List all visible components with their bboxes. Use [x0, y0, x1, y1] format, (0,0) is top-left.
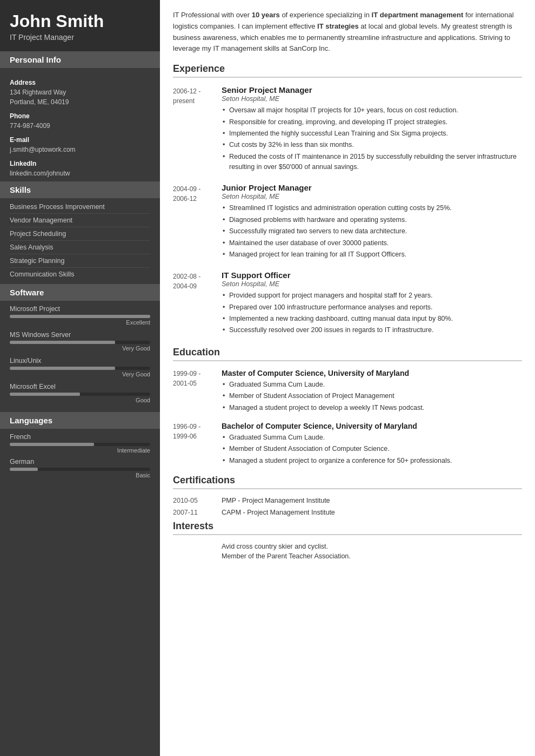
email-label: E-mail [10, 136, 150, 144]
experience-item: 2006-12 -present Senior Project Manager … [173, 85, 522, 173]
education-item: 1996-09 -1999-06 Bachelor of Computer Sc… [173, 422, 522, 467]
edu-date: 1996-09 -1999-06 [173, 422, 222, 467]
exp-detail: Junior Project Manager Seton Hospital, M… [222, 183, 522, 261]
experience-item: 2002-08 -2004-09 IT Support Officer Seto… [173, 271, 522, 337]
lang-bar [10, 443, 150, 446]
exp-bullet: Implemented the highly successful Lean T… [222, 129, 522, 139]
language-item: French Intermediate [10, 433, 150, 454]
bar-label: Intermediate [10, 447, 150, 454]
interest-item: Avid cross country skier and cyclist. [222, 543, 522, 550]
exp-bullet: Managed project for lean training for al… [222, 249, 522, 260]
summary-text: IT Professional with over 10 years of ex… [173, 10, 522, 55]
edu-bullet: Member of Student Association of Project… [222, 391, 522, 401]
edu-date: 1999-09 -2001-05 [173, 369, 222, 414]
skill-bar [10, 367, 150, 370]
edu-detail: Master of Computer Science, University o… [222, 369, 522, 414]
skill-item: Project Scheduling [10, 227, 150, 241]
exp-company: Seton Hospital, ME [222, 193, 522, 200]
software-section-title: Software [0, 284, 160, 301]
exp-job-title: Senior Project Manager [222, 85, 522, 94]
software-item: Microsoft Excel Good [10, 383, 150, 403]
edu-degree: Bachelor of Computer Science, University… [222, 422, 522, 430]
bar-fill [10, 393, 80, 396]
exp-bullet: Successfully migrated two servers to new… [222, 226, 522, 237]
exp-bullet: Streamlined IT logistics and administrat… [222, 203, 522, 213]
skill-bar [10, 315, 150, 318]
exp-company: Seton Hospital, ME [222, 95, 522, 103]
exp-detail: IT Support Officer Seton Hospital, ME Pr… [222, 271, 522, 337]
cert-name: PMP - Project Management Institute [222, 497, 330, 504]
experience-section-title: Experience [173, 63, 522, 78]
bar-label: Good [10, 397, 150, 403]
skill-item: Communication Skills [10, 268, 150, 281]
exp-bullet: Prepared over 100 infrastructure perform… [222, 302, 522, 313]
bar-label: Excellent [10, 319, 150, 326]
bar-fill [10, 468, 38, 471]
email-value: j.smith@uptowork.com [10, 145, 150, 154]
software-name: MS Windows Server [10, 331, 150, 339]
skill-item: Strategic Planning [10, 254, 150, 268]
languages-content: French Intermediate German Basic [0, 429, 160, 486]
address-label: Address [10, 79, 150, 86]
exp-date: 2002-08 -2004-09 [173, 271, 222, 337]
exp-bullet: Diagnosed problems with hardware and ope… [222, 215, 522, 225]
exp-bullet: Provided support for project managers an… [222, 291, 522, 301]
lang-name: French [10, 433, 150, 441]
exp-bullet: Implemented a new tracking dashboard, cu… [222, 314, 522, 324]
interest-item: Member of the Parent Teacher Association… [222, 552, 522, 560]
language-item: German Basic [10, 458, 150, 478]
exp-bullets: Streamlined IT logistics and administrat… [222, 203, 522, 260]
software-item: Microsoft Project Excellent [10, 305, 150, 326]
lang-name: German [10, 458, 150, 465]
personal-info-content: Address 134 Rightward WayPortland, ME, 0… [0, 68, 160, 181]
email-field: E-mail j.smith@uptowork.com [10, 136, 150, 154]
skills-content: Business Process Improvement Vendor Mana… [0, 198, 160, 284]
skill-item: Business Process Improvement [10, 200, 150, 214]
education-item: 1999-09 -2001-05 Master of Computer Scie… [173, 369, 522, 414]
lang-bar [10, 468, 150, 471]
exp-bullet: Oversaw all major hospital IT projects f… [222, 105, 522, 116]
bar-dark [80, 393, 150, 396]
education-section-title: Education [173, 347, 522, 361]
cert-date: 2010-05 [173, 497, 222, 504]
phone-value: 774-987-4009 [10, 121, 150, 131]
skill-bar [10, 341, 150, 344]
address-field: Address 134 Rightward WayPortland, ME, 0… [10, 79, 150, 107]
candidate-title: IT Project Manager [10, 33, 150, 42]
address-value: 134 Rightward WayPortland, ME, 04019 [10, 87, 150, 107]
bar-dark [94, 443, 150, 446]
exp-date: 2004-09 -2006-12 [173, 183, 222, 261]
cert-date: 2007-11 [173, 509, 222, 516]
edu-bullet: Member of Student Association of Compute… [222, 444, 522, 454]
exp-detail: Senior Project Manager Seton Hospital, M… [222, 85, 522, 173]
exp-bullets: Oversaw all major hospital IT projects f… [222, 105, 522, 172]
software-name: Microsoft Excel [10, 383, 150, 390]
edu-bullet: Graduated Summa Cum Laude. [222, 433, 522, 443]
exp-job-title: IT Support Officer [222, 271, 522, 280]
phone-label: Phone [10, 112, 150, 120]
main-content: IT Professional with over 10 years of ex… [160, 0, 535, 756]
linkedin-field: LinkedIn linkedin.com/johnutw [10, 160, 150, 178]
bar-dark [38, 468, 150, 471]
cert-item: 2007-11 CAPM - Project Management Instit… [173, 509, 522, 516]
linkedin-value: linkedin.com/johnutw [10, 168, 150, 178]
software-name: Microsoft Project [10, 305, 150, 313]
personal-info-section-title: Personal Info [0, 51, 160, 68]
edu-bullet: Graduated Summa Cum Laude. [222, 380, 522, 390]
edu-bullets: Graduated Summa Cum Laude. Member of Stu… [222, 433, 522, 466]
certifications-section-title: Certifications [173, 475, 522, 489]
bar-fill [10, 315, 150, 318]
exp-date: 2006-12 -present [173, 85, 222, 173]
exp-bullet: Responsible for creating, improving, and… [222, 117, 522, 127]
interests-list: Avid cross country skier and cyclist. Me… [173, 543, 522, 560]
bar-fill [10, 443, 94, 446]
software-name: Linux/Unix [10, 357, 150, 364]
edu-bullet: Managed a student project to organize a … [222, 456, 522, 466]
software-item: Linux/Unix Very Good [10, 357, 150, 377]
software-item: MS Windows Server Very Good [10, 331, 150, 352]
skills-section-title: Skills [0, 181, 160, 198]
bar-label: Basic [10, 472, 150, 478]
exp-bullet: Maintained the user database of over 300… [222, 238, 522, 248]
skill-item: Sales Analysis [10, 241, 150, 254]
exp-bullet: Reduced the costs of IT maintenance in 2… [222, 152, 522, 173]
